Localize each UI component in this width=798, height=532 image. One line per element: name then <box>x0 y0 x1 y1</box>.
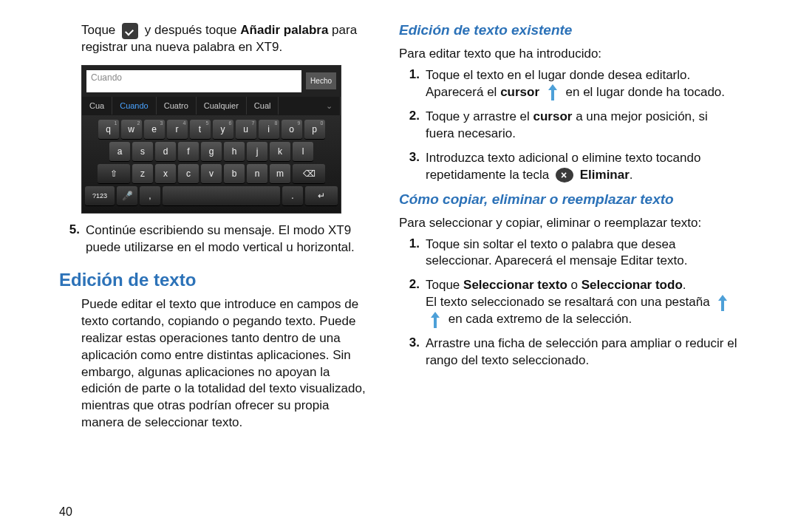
page-number: 40 <box>59 505 72 519</box>
kb-key: g <box>201 142 222 161</box>
kb-row-2: asdfghjkl <box>85 142 338 161</box>
kb-key: l <box>293 142 313 161</box>
kb-key: p0 <box>304 120 325 139</box>
list-item: 1. Toque sin soltar el texto o palabra q… <box>399 236 739 270</box>
heading-editing: Edición de texto <box>59 270 369 290</box>
kb-key: j <box>247 142 267 161</box>
kb-key: y6 <box>213 120 233 139</box>
backspace-icon <box>556 168 573 183</box>
list-item: 3. Arrastre una ficha de selección para … <box>399 335 739 369</box>
kb-key: x <box>155 164 176 183</box>
list-item: 2. Toque Seleccionar texto o Seleccionar… <box>399 277 739 328</box>
kb-key: q1 <box>98 120 119 139</box>
kb-done-button: Hecho <box>306 72 336 89</box>
editing-paragraph: Puede editar el texto que introduce en c… <box>59 296 369 432</box>
kb-key: m <box>270 164 290 183</box>
chevron-down-icon: ⌄ <box>318 97 341 115</box>
list-item: 3. Introduzca texto adicional o elimine … <box>399 150 739 184</box>
kb-key: h <box>224 142 245 161</box>
kb-dot-key: . <box>282 186 303 205</box>
kb-comma-key: , <box>140 186 160 205</box>
kb-key: s <box>132 142 153 161</box>
list-item: 1. Toque el texto en el lugar donde dese… <box>399 67 739 101</box>
kb-key: c <box>178 164 199 183</box>
kb-key: u7 <box>236 120 256 139</box>
kb-row-4: ?123 🎤 , . ↵ <box>85 186 338 205</box>
kb-key: k <box>270 142 290 161</box>
kb-suggestion-bar: Cua Cuando Cuatro Cualquier Cual ⌄ <box>82 97 341 115</box>
kb-key: a <box>109 142 130 161</box>
selection-handle-right-icon <box>429 312 442 328</box>
kb-enter-key: ↵ <box>305 186 338 205</box>
cursor-handle-icon <box>546 84 559 100</box>
heading-existing: Edición de texto existente <box>399 22 739 38</box>
kb-mic-key: 🎤 <box>117 186 137 205</box>
kb-key: n <box>247 164 267 183</box>
kb-key: i8 <box>259 120 279 139</box>
kb-key: e3 <box>144 120 165 139</box>
kb-space-key <box>163 186 280 205</box>
kb-shift-key: ⇧ <box>98 164 130 183</box>
intro-copy: Para seleccionar y copiar, eliminar o re… <box>399 215 739 232</box>
kb-key: v <box>201 164 222 183</box>
kb-text-input: Cuando <box>86 70 301 92</box>
kb-row-1: q1w2e3r4t5y6u7i8o9p0 <box>85 120 338 139</box>
selection-handle-left-icon <box>716 295 729 311</box>
kb-backspace-key: ⌫ <box>293 164 325 183</box>
kb-key: r4 <box>167 120 188 139</box>
kb-sym-key: ?123 <box>85 186 115 205</box>
dropdown-icon <box>122 23 138 39</box>
intro-existing: Para editar texto que ha introducido: <box>399 46 739 63</box>
kb-row-3: ⇧ zxcvbnm ⌫ <box>85 164 338 183</box>
heading-copy: Cómo copiar, eliminar o reemplazar texto <box>399 191 739 208</box>
keyboard-screenshot: Cuando Hecho Cua Cuando Cuatro Cualquier… <box>81 65 341 214</box>
intro-line: Toque y después toque Añadir palabra par… <box>59 22 369 56</box>
list-item: 2. Toque y arrastre el cursor a una mejo… <box>399 109 739 143</box>
list-item: 5. Continúe escribiendo su mensaje. El m… <box>59 222 369 256</box>
kb-key: w2 <box>121 120 142 139</box>
kb-key: t5 <box>190 120 211 139</box>
kb-key: f <box>178 142 199 161</box>
kb-key: z <box>132 164 153 183</box>
kb-key: b <box>224 164 245 183</box>
kb-key: o9 <box>282 120 302 139</box>
kb-key: d <box>155 142 176 161</box>
